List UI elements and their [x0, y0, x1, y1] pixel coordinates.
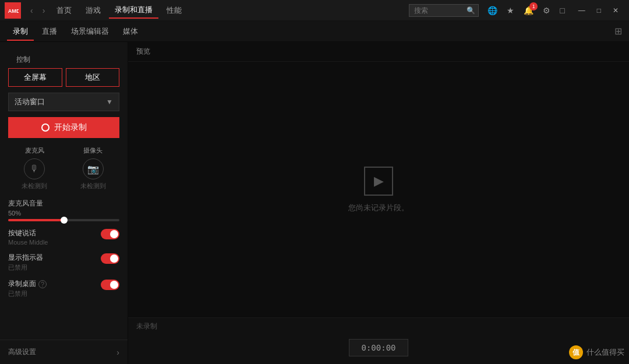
mic-icon: 🎙 — [24, 158, 45, 179]
mic-status: 未检测到 — [22, 182, 47, 190]
control-section: 控制 全屏幕 地区 活动窗口 ▼ 开始录制 麦克风 🎙 未检测到 — [0, 42, 128, 340]
svg-text:AMD: AMD — [8, 8, 19, 14]
region-button[interactable]: 地区 — [66, 68, 120, 87]
devices-row: 麦克风 🎙 未检测到 摄像头 📷 未检测到 — [8, 146, 119, 190]
record-desktop-knob — [110, 281, 118, 289]
advanced-label: 高级设置 — [8, 347, 36, 357]
push-to-talk-title: 按键说话 — [8, 228, 101, 238]
watermark-logo: 值 — [569, 345, 583, 359]
title-bar-right: 🔍 🌐 ★ 🔔1 ⚙ □ — □ ✕ — [409, 3, 624, 17]
amd-logo-svg: AMD — [7, 5, 19, 16]
bell-icon[interactable]: 🔔1 — [520, 3, 538, 17]
display-icon[interactable]: □ — [556, 3, 568, 17]
nav-record-live[interactable]: 录制和直播 — [109, 2, 158, 19]
dropdown-value: 活动窗口 — [15, 97, 45, 107]
camera-icon: 📷 — [83, 158, 104, 179]
record-desktop-toggle[interactable] — [101, 280, 119, 290]
watermark: 值 什么值得买 — [569, 345, 624, 359]
camera-device: 摄像头 📷 未检测到 — [67, 146, 120, 190]
push-to-talk-subtitle: Mouse Middle — [8, 239, 101, 246]
help-icon: ? — [38, 280, 47, 288]
start-recording-button[interactable]: 开始录制 — [8, 117, 119, 138]
fullscreen-button[interactable]: 全屏幕 — [8, 68, 62, 87]
subnav-record[interactable]: 录制 — [7, 23, 34, 40]
globe-icon[interactable]: 🌐 — [483, 3, 501, 17]
push-to-talk-info: 按键说话 Mouse Middle — [8, 228, 101, 246]
nav-home[interactable]: 首页 — [51, 3, 77, 18]
preview-area: 预览 ▶ 您尚未记录片段。 未录制 0:00:00 — [128, 42, 629, 364]
sub-nav: 录制 直播 场景编辑器 媒体 ⊞ — [0, 21, 629, 42]
amd-logo: AMD — [5, 2, 21, 19]
record-desktop-row: 录制桌面 ? 已禁用 — [8, 279, 119, 298]
play-icon: ▶ — [364, 167, 393, 196]
start-recording-label: 开始录制 — [54, 122, 87, 133]
record-desktop-title: 录制桌面 ? — [8, 279, 101, 289]
slider-thumb[interactable] — [61, 217, 68, 224]
mic-label: 麦克风 — [25, 146, 44, 155]
watermark-text: 什么值得买 — [586, 347, 624, 358]
nav-games[interactable]: 游戏 — [80, 3, 107, 18]
star-icon[interactable]: ★ — [503, 3, 518, 17]
record-desktop-subtitle: 已禁用 — [8, 289, 101, 298]
search-input[interactable] — [414, 6, 467, 15]
window-controls: — □ ✕ — [573, 4, 624, 17]
show-indicator-row: 显示指示器 已禁用 — [8, 253, 119, 272]
show-indicator-knob — [110, 255, 118, 263]
subnav-media[interactable]: 媒体 — [117, 23, 144, 40]
no-record-text: 您尚未记录片段。 — [348, 203, 409, 213]
notif-badge: 1 — [529, 2, 538, 10]
push-to-talk-toggle[interactable] — [101, 229, 119, 239]
volume-section: 麦克风音量 50% — [8, 199, 119, 221]
maximize-button[interactable]: □ — [591, 4, 607, 17]
volume-slider[interactable] — [8, 219, 119, 221]
record-desktop-info: 录制桌面 ? 已禁用 — [8, 279, 101, 298]
advanced-arrow-icon: › — [116, 348, 119, 357]
preview-header: 预览 — [128, 42, 629, 62]
subnav-live[interactable]: 直播 — [36, 23, 63, 40]
advanced-settings-footer[interactable]: 高级设置 › — [0, 340, 128, 364]
volume-value: 50% — [8, 210, 119, 217]
recording-status: 未录制 — [136, 321, 621, 331]
search-icon: 🔍 — [467, 6, 475, 15]
subnav-scene-editor[interactable]: 场景编辑器 — [65, 23, 115, 40]
preview-main: ▶ 您尚未记录片段。 — [128, 62, 629, 317]
push-to-talk-knob — [110, 230, 118, 238]
control-title: 控制 — [8, 48, 119, 68]
title-bar: AMD ‹ › 首页 游戏 录制和直播 性能 🔍 🌐 ★ 🔔1 ⚙ □ — □ … — [0, 0, 629, 21]
volume-label: 麦克风音量 — [8, 199, 119, 208]
nav-performance[interactable]: 性能 — [161, 3, 188, 18]
main-content: 控制 全屏幕 地区 活动窗口 ▼ 开始录制 麦克风 🎙 未检测到 — [0, 42, 629, 364]
search-box[interactable]: 🔍 — [409, 4, 479, 17]
camera-label: 摄像头 — [83, 146, 103, 155]
forward-button[interactable]: › — [39, 3, 49, 17]
show-indicator-info: 显示指示器 已禁用 — [8, 253, 101, 272]
back-button[interactable]: ‹ — [27, 3, 37, 17]
preview-footer: 未录制 0:00:00 — [128, 317, 629, 364]
chevron-down-icon: ▼ — [106, 98, 113, 106]
title-bar-nav: ‹ › 首页 游戏 录制和直播 性能 — [27, 2, 409, 19]
show-indicator-title: 显示指示器 — [8, 253, 101, 263]
minimize-button[interactable]: — — [573, 4, 591, 17]
timecode-display: 0:00:00 — [349, 339, 408, 356]
slider-fill — [8, 219, 64, 221]
mic-device: 麦克风 🎙 未检测到 — [8, 146, 61, 190]
push-to-talk-row: 按键说话 Mouse Middle — [8, 228, 119, 246]
close-button[interactable]: ✕ — [607, 4, 624, 17]
mode-buttons: 全屏幕 地区 — [8, 68, 119, 87]
window-dropdown[interactable]: 活动窗口 ▼ — [8, 93, 119, 111]
layout-toggle-icon[interactable]: ⊞ — [614, 26, 622, 37]
camera-status: 未检测到 — [80, 182, 106, 190]
show-indicator-toggle[interactable] — [101, 253, 119, 264]
timeline-area: 0:00:00 — [136, 335, 621, 361]
settings-icon[interactable]: ⚙ — [539, 3, 554, 17]
sidebar: 控制 全屏幕 地区 活动窗口 ▼ 开始录制 麦克风 🎙 未检测到 — [0, 42, 128, 364]
show-indicator-subtitle: 已禁用 — [8, 263, 101, 272]
record-circle-icon — [41, 123, 50, 132]
